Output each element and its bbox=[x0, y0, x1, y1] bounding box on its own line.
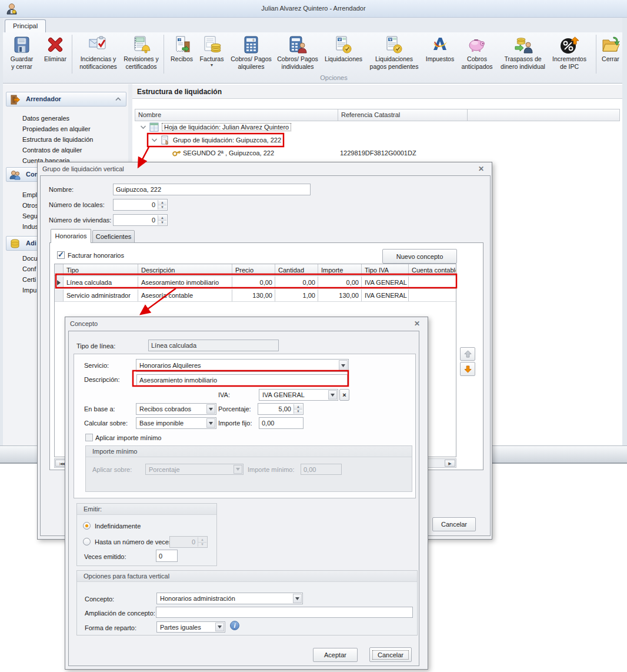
ribbon-button-cobros-pagos-individuales[interactable]: Cobros/ Pagos individuales bbox=[274, 34, 322, 75]
descripcion-input[interactable]: Asesoramiento inmobiliario bbox=[136, 374, 348, 386]
window-title: Julian Alvarez Quintero - Arrendador bbox=[0, 5, 627, 12]
ribbon-button-impuestos[interactable]: Impuestos bbox=[422, 34, 458, 75]
grid-col-tipo[interactable]: Tipo bbox=[64, 264, 138, 275]
grid-col-importe[interactable]: Importe bbox=[318, 264, 362, 275]
dropdown-icon[interactable] bbox=[339, 360, 348, 371]
sidebar-item-propiedades[interactable]: Propiedades en alquiler bbox=[22, 125, 91, 132]
ribbon-button-revisiones[interactable]: Revisiones y certificados bbox=[116, 34, 166, 75]
expander-icon[interactable] bbox=[140, 125, 146, 129]
tree-row-propiedad[interactable]: SEGUNDO 2ª , Guipuzcoa, 222 1229819DF381… bbox=[135, 147, 620, 159]
veces-emitido-input[interactable]: 0 bbox=[156, 550, 178, 562]
scroll-right-icon[interactable]: ▶ bbox=[445, 460, 455, 467]
sidebar-item[interactable]: Docu bbox=[22, 255, 38, 262]
tree-node-label[interactable]: SEGUNDO 2ª , Guipuzcoa, 222 bbox=[183, 149, 274, 157]
dropdown-icon[interactable] bbox=[328, 390, 337, 400]
ribbon-button-guardar-y-cerrar[interactable]: Guardar y cerrar bbox=[6, 34, 38, 75]
close-icon[interactable]: ✕ bbox=[412, 320, 422, 329]
sidebar-item-contratos[interactable]: Contratos de alquiler bbox=[22, 147, 82, 154]
porcentaje-spin[interactable]: 5,00▲▼ bbox=[258, 403, 304, 415]
svg-text:0: 0 bbox=[253, 38, 255, 42]
dropdown-icon[interactable] bbox=[206, 418, 215, 428]
sidebar-item[interactable]: Empl bbox=[22, 191, 37, 198]
facturar-checkbox[interactable] bbox=[57, 251, 65, 259]
ribbon-button-eliminar[interactable]: Eliminar bbox=[39, 34, 72, 75]
grid-col-tipoiva[interactable]: Tipo IVA bbox=[362, 264, 409, 275]
aplicar-minimo-checkbox[interactable] bbox=[85, 434, 93, 441]
tipo-linea-field: Línea calculada bbox=[148, 340, 279, 351]
iva-combo[interactable]: IVA GENERAL bbox=[259, 389, 338, 401]
grid-col-cuenta[interactable]: Cuenta contable bbox=[409, 264, 456, 275]
forma-reparto-combo[interactable]: Partes iguales bbox=[156, 621, 225, 633]
iva-clear-button[interactable]: × bbox=[339, 389, 349, 401]
expander-icon[interactable] bbox=[151, 138, 158, 142]
info-icon[interactable]: i bbox=[230, 621, 239, 630]
dialog-concepto: Concepto ✕ Tipo de línea: Línea calculad… bbox=[65, 317, 428, 670]
close-icon[interactable]: ✕ bbox=[476, 165, 486, 174]
sidebar-item[interactable]: Segu bbox=[22, 212, 38, 219]
sidebar-section-arrendador[interactable]: Arrendador bbox=[6, 92, 126, 107]
window-frame-right bbox=[622, 18, 627, 463]
spin-buttons[interactable]: ▲▼ bbox=[158, 215, 166, 225]
importe-minimo-group: Importe mínimo Aplicar sobre: Porcentaje… bbox=[85, 445, 412, 492]
grid-row-2[interactable]: Servicio administrador Asesoría contable… bbox=[55, 290, 456, 302]
tree-row-hoja[interactable]: Hoja de liquidación: Julian Alvarez Quin… bbox=[135, 121, 620, 134]
en-base-combo[interactable]: Recibos cobrados bbox=[136, 403, 216, 415]
sidebar-item[interactable]: Conf bbox=[22, 265, 36, 272]
ribbon-button-cobros-pagos-alquileres[interactable]: 0 Cobros/ Pagos alquileres bbox=[227, 34, 275, 75]
sidebar-item[interactable]: Otros bbox=[22, 202, 38, 209]
grid-col-precio[interactable]: Precio bbox=[232, 264, 275, 275]
grid-row-1[interactable]: Línea calculada Asesoramiento inmobiliar… bbox=[55, 277, 456, 289]
viviendas-spin[interactable]: 0 ▲▼ bbox=[113, 214, 168, 226]
sidebar-item-estructura[interactable]: Estructura de liquidación bbox=[22, 136, 93, 143]
ribbon-button-facturas[interactable]: Facturas ▼ bbox=[196, 34, 227, 75]
importe-fijo-input[interactable]: 0,00 bbox=[259, 417, 304, 429]
nuevo-concepto-button[interactable]: Nuevo concepto bbox=[382, 249, 457, 264]
grid-col-desc[interactable]: Descripción bbox=[138, 264, 232, 275]
concepto-combo[interactable]: Honorarios administración bbox=[156, 593, 303, 604]
dropdown-icon[interactable] bbox=[206, 404, 215, 414]
servicio-combo[interactable]: Honorarios Alquileres bbox=[136, 359, 349, 372]
tab-coeficientes[interactable]: Coeficientes bbox=[92, 230, 135, 243]
tab-principal[interactable]: Principal bbox=[5, 19, 46, 32]
calcular-combo[interactable]: Base imponible bbox=[136, 417, 216, 429]
column-header-nombre[interactable]: Nombre bbox=[135, 109, 338, 121]
calculator-person-icon bbox=[288, 35, 308, 55]
ribbon-button-cobros-anticipados[interactable]: Cobros anticipados bbox=[459, 34, 495, 75]
ribbon-button-cerrar[interactable]: Cerrar bbox=[596, 34, 625, 75]
veces-emitido-label: Veces emitido: bbox=[84, 553, 126, 560]
sidebar-item[interactable]: Certi bbox=[22, 276, 36, 283]
column-header-referencia[interactable]: Referencia Catastral bbox=[338, 109, 468, 121]
spin-buttons[interactable]: ▲▼ bbox=[294, 404, 302, 414]
nombre-input[interactable]: Guipuzcoa, 222 bbox=[113, 184, 311, 195]
hasta-numero-radio[interactable] bbox=[83, 538, 91, 545]
ribbon-button-incrementos-ipc[interactable]: Incrementos de IPC bbox=[549, 34, 589, 75]
move-up-button[interactable] bbox=[460, 347, 475, 361]
spin-buttons[interactable]: ▲▼ bbox=[158, 200, 166, 209]
revisions-icon bbox=[131, 35, 151, 55]
locales-spin[interactable]: 0 ▲▼ bbox=[113, 199, 168, 211]
ribbon-button-traspasos[interactable]: Traspasos de dinero individual bbox=[496, 34, 550, 75]
ribbon-button-recibos[interactable]: T Recibos bbox=[166, 34, 197, 75]
tree-row-grupo[interactable]: Grupo de liquidación: Guipuzcoa, 222 bbox=[135, 134, 620, 147]
ampliacion-input[interactable] bbox=[156, 607, 413, 618]
indefinidamente-radio[interactable] bbox=[83, 522, 91, 530]
tree-node-label[interactable]: Hoja de liquidación: Julian Alvarez Quin… bbox=[162, 123, 291, 131]
sidebar-item-datos-generales[interactable]: Datos generales bbox=[22, 115, 69, 122]
dropdown-icon[interactable] bbox=[215, 623, 224, 631]
aceptar-button[interactable]: Aceptar bbox=[313, 648, 358, 662]
importe-minimo-title: Importe mínimo bbox=[92, 448, 137, 455]
key-icon bbox=[172, 148, 181, 158]
sidebar-item[interactable]: Indus bbox=[22, 223, 38, 230]
grupo-cancelar-button[interactable]: Cancelar bbox=[432, 517, 476, 531]
facturas-dropdown-arrow[interactable]: ▼ bbox=[196, 63, 227, 68]
sidebar-item[interactable]: Impu bbox=[22, 287, 36, 294]
ribbon-button-liquidaciones[interactable]: V Liquidaciones bbox=[322, 34, 365, 75]
concepto-cancelar-button[interactable]: Cancelar bbox=[369, 647, 412, 662]
grid-col-cantidad[interactable]: Cantidad bbox=[275, 264, 318, 275]
dropdown-icon[interactable] bbox=[293, 594, 302, 603]
move-down-button[interactable] bbox=[460, 362, 475, 376]
tab-honorarios[interactable]: Honorarios bbox=[51, 229, 91, 243]
column-header-empty[interactable] bbox=[468, 109, 619, 121]
ribbon-button-liquidaciones-pendientes[interactable]: V Liquidaciones pagos pendientes bbox=[367, 34, 421, 75]
tree-node-label[interactable]: Grupo de liquidación: Guipuzcoa, 222 bbox=[173, 137, 281, 144]
